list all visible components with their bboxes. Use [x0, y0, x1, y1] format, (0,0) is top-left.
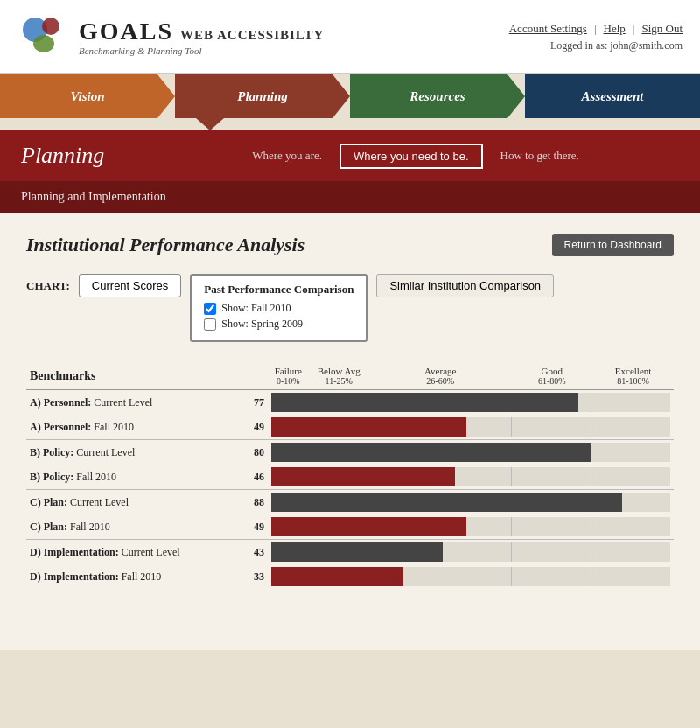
return-dashboard-button[interactable]: Return to Dashboard [552, 234, 674, 256]
header-right: Account Settings | Help | Sign Out Logge… [509, 22, 682, 52]
bar-cell [268, 564, 674, 589]
svg-point-1 [42, 18, 60, 35]
logged-in-info: Logged in as: john@smith.com [509, 39, 682, 52]
account-settings-link[interactable]: Account Settings [509, 22, 587, 36]
benchmarks-header: Benchmarks [26, 363, 229, 390]
planning-title: Planning [21, 143, 126, 169]
header-links: Account Settings | Help | Sign Out [509, 22, 682, 36]
help-link[interactable]: Help [604, 22, 626, 36]
score-value: 80 [229, 440, 268, 466]
spring-2009-checkbox[interactable] [204, 318, 216, 331]
score-value: 43 [229, 540, 268, 565]
planning-sub-bar: Planning and Implementation [0, 181, 700, 213]
spring-2009-label: Show: Spring 2009 [221, 318, 303, 331]
col-failure: Failure 0-10% [268, 363, 308, 390]
logged-in-user: john@smith.com [610, 39, 682, 52]
score-value: 49 [229, 514, 268, 540]
chart-table: Benchmarks Failure 0-10% Below Avg 11-25… [26, 363, 674, 589]
bar-cell [268, 415, 674, 440]
nav-vision[interactable]: Vision [0, 74, 175, 118]
col-below-avg: Below Avg 11-25% [308, 363, 369, 390]
chart-label: CHART: [26, 274, 70, 293]
logo-icon [18, 10, 70, 63]
nav-resources[interactable]: Resources [350, 74, 525, 118]
score-value: 49 [229, 415, 268, 440]
score-value: 33 [229, 564, 268, 589]
fall-2010-label: Show: Fall 2010 [221, 302, 290, 315]
logo-area: GOALS WEB ACCESSIBILTY Benchmarking & Pl… [18, 10, 324, 63]
logo-text: GOALS WEB ACCESSIBILTY Benchmarking & Pl… [79, 18, 324, 56]
planning-title-bar: Planning Where you are. Where you need t… [0, 130, 700, 181]
step-where-you-are: Where you are. [252, 149, 322, 163]
past-performance-box: Past Performance Comparison Show: Fall 2… [190, 274, 368, 342]
sign-out-link[interactable]: Sign Out [641, 22, 682, 36]
score-value: 46 [229, 465, 268, 490]
table-row: B) Policy: Fall 201046 [26, 465, 674, 490]
bar-cell [268, 514, 674, 540]
planning-header: Planning Where you are. Where you need t… [0, 130, 700, 213]
header: GOALS WEB ACCESSIBILTY Benchmarking & Pl… [0, 0, 700, 74]
current-scores-button[interactable]: Current Scores [79, 274, 181, 298]
section-header: Institutional Performance Analysis Retur… [26, 234, 674, 256]
bar-cell [268, 490, 674, 515]
chart-selector: CHART: Current Scores Past Performance C… [26, 274, 674, 342]
fall-2010-checkbox[interactable] [204, 303, 216, 315]
table-row: D) Implementation: Fall 201033 [26, 564, 674, 589]
past-performance-title: Past Performance Comparison [204, 283, 354, 297]
bar-cell [268, 540, 674, 565]
planning-steps: Where you are. Where you need to be. How… [152, 144, 679, 169]
col-excellent: Excellent 81-100% [592, 363, 674, 390]
chart-header-row: Benchmarks Failure 0-10% Below Avg 11-25… [26, 363, 674, 390]
col-average: Average 26-60% [369, 363, 511, 390]
table-row: A) Personnel: Fall 201049 [26, 415, 674, 440]
step-how-to-get: How to get there. [500, 149, 579, 163]
fall-2010-row: Show: Fall 2010 [204, 302, 354, 315]
chart-body: A) Personnel: Current Level77A) Personne… [26, 390, 674, 590]
planning-sub-title: Planning and Implementation [21, 190, 166, 203]
spring-2009-row: Show: Spring 2009 [204, 318, 354, 331]
bar-cell [268, 465, 674, 490]
logo-sub2: Benchmarking & Planning Tool [79, 46, 324, 56]
main-content: Institutional Performance Analysis Retur… [0, 213, 700, 650]
nav-bar: Vision Planning Resources Assessment [0, 74, 700, 118]
nav-arrow [0, 118, 700, 130]
table-row: B) Policy: Current Level80 [26, 440, 674, 466]
table-row: C) Plan: Fall 201049 [26, 514, 674, 540]
nav-assessment[interactable]: Assessment [525, 74, 700, 118]
logo-sub1: WEB ACCESSIBILTY [180, 28, 324, 43]
section-title: Institutional Performance Analysis [26, 234, 304, 256]
bar-cell [268, 440, 674, 466]
table-row: D) Implementation: Current Level43 [26, 540, 674, 565]
score-value: 88 [229, 490, 268, 515]
score-value: 77 [229, 390, 268, 416]
col-good: Good 61-80% [511, 363, 592, 390]
similar-institution-button[interactable]: Similar Institution Comparison [376, 274, 554, 298]
nav-planning[interactable]: Planning [175, 74, 350, 118]
logo-goals: GOALS [79, 18, 173, 46]
table-row: A) Personnel: Current Level77 [26, 390, 674, 416]
step-where-you-need[interactable]: Where you need to be. [340, 144, 483, 169]
table-row: C) Plan: Current Level88 [26, 490, 674, 515]
svg-point-2 [33, 35, 54, 52]
bar-cell [268, 390, 674, 416]
